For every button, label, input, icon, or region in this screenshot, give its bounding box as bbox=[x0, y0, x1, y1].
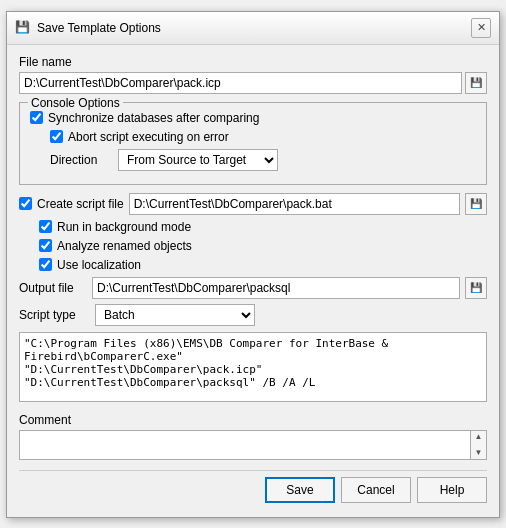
create-script-row: Create script file 💾 bbox=[19, 193, 487, 215]
scroll-up-arrow[interactable]: ▲ bbox=[475, 433, 483, 441]
output-file-row: Output file 💾 bbox=[19, 277, 487, 299]
save-script-icon: 💾 bbox=[470, 198, 482, 209]
run-background-row: Run in background mode bbox=[39, 220, 487, 234]
scroll-down-arrow[interactable]: ▼ bbox=[475, 449, 483, 457]
script-section: Create script file 💾 Run in background m… bbox=[19, 193, 487, 413]
cancel-button[interactable]: Cancel bbox=[341, 477, 411, 503]
buttons-row: Save Cancel Help bbox=[19, 470, 487, 507]
command-text-area[interactable]: "C:\Program Files (x86)\EMS\DB Comparer … bbox=[19, 332, 487, 402]
output-file-browse-button[interactable]: 💾 bbox=[465, 277, 487, 299]
run-background-checkbox[interactable] bbox=[39, 220, 52, 233]
sync-db-label: Synchronize databases after comparing bbox=[48, 111, 259, 125]
close-button[interactable]: ✕ bbox=[471, 18, 491, 38]
analyze-renamed-label: Analyze renamed objects bbox=[57, 239, 192, 253]
sync-db-checkbox[interactable] bbox=[30, 111, 43, 124]
comment-input[interactable] bbox=[19, 430, 471, 460]
console-options-group: Console Options Synchronize databases af… bbox=[19, 102, 487, 185]
save-button[interactable]: Save bbox=[265, 477, 335, 503]
script-type-label: Script type bbox=[19, 308, 87, 322]
title-bar-left: 💾 Save Template Options bbox=[15, 20, 161, 36]
abort-script-row: Abort script executing on error bbox=[50, 130, 476, 144]
dialog-content: File name 💾 Console Options Synchronize … bbox=[7, 45, 499, 517]
analyze-renamed-row: Analyze renamed objects bbox=[39, 239, 487, 253]
script-type-row: Script type Batch Shell bbox=[19, 304, 487, 326]
title-bar: 💾 Save Template Options ✕ bbox=[7, 12, 499, 45]
sync-db-row: Synchronize databases after comparing bbox=[30, 111, 476, 125]
save-output-icon: 💾 bbox=[470, 282, 482, 293]
comment-section: Comment ▲ ▼ bbox=[19, 413, 487, 460]
save-template-options-dialog: 💾 Save Template Options ✕ File name 💾 Co… bbox=[6, 11, 500, 518]
create-script-checkbox[interactable] bbox=[19, 197, 32, 210]
comment-label: Comment bbox=[19, 413, 487, 427]
use-localization-label: Use localization bbox=[57, 258, 141, 272]
dialog-icon: 💾 bbox=[15, 20, 31, 36]
file-name-label: File name bbox=[19, 55, 487, 69]
console-options-title: Console Options bbox=[28, 96, 123, 110]
file-name-input[interactable] bbox=[19, 72, 462, 94]
create-script-input[interactable] bbox=[129, 193, 460, 215]
comment-input-row: ▲ ▼ bbox=[19, 430, 487, 460]
create-script-label: Create script file bbox=[37, 197, 124, 211]
use-localization-checkbox[interactable] bbox=[39, 258, 52, 271]
file-name-browse-button[interactable]: 💾 bbox=[465, 72, 487, 94]
output-file-label: Output file bbox=[19, 281, 87, 295]
output-file-input[interactable] bbox=[92, 277, 460, 299]
comment-scrollbar: ▲ ▼ bbox=[471, 430, 487, 460]
file-name-row: 💾 bbox=[19, 72, 487, 94]
script-file-browse-button[interactable]: 💾 bbox=[465, 193, 487, 215]
save-file-icon: 💾 bbox=[470, 77, 482, 88]
abort-script-checkbox[interactable] bbox=[50, 130, 63, 143]
use-localization-row: Use localization bbox=[39, 258, 487, 272]
direction-label: Direction bbox=[50, 153, 110, 167]
direction-row: Direction From Source to Target From Tar… bbox=[50, 149, 476, 171]
analyze-renamed-checkbox[interactable] bbox=[39, 239, 52, 252]
run-background-label: Run in background mode bbox=[57, 220, 191, 234]
dialog-title: Save Template Options bbox=[37, 21, 161, 35]
help-button[interactable]: Help bbox=[417, 477, 487, 503]
direction-dropdown[interactable]: From Source to Target From Target to Sou… bbox=[118, 149, 278, 171]
script-type-dropdown[interactable]: Batch Shell bbox=[95, 304, 255, 326]
abort-script-label: Abort script executing on error bbox=[68, 130, 229, 144]
